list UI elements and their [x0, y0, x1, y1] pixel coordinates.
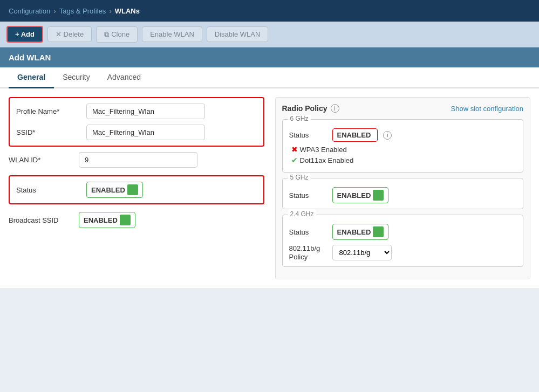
- add-button[interactable]: + Add: [6, 26, 43, 43]
- ghz5-label: 5 GHz: [288, 174, 311, 181]
- clone-label: Clone: [111, 30, 129, 38]
- clone-icon: ⧉: [104, 30, 109, 39]
- wlan-id-input[interactable]: [79, 152, 197, 168]
- ssid-row: SSID*: [16, 125, 257, 140]
- enable-wlan-button[interactable]: Enable WLAN: [142, 26, 202, 42]
- ghz24-policy-label: 802.11b/g Policy: [289, 244, 327, 261]
- ghz5-status-label: Status: [289, 191, 327, 200]
- ghz6-label: 6 GHz: [288, 115, 311, 122]
- tabs-container: General Security Advanced: [0, 67, 539, 88]
- tab-advanced[interactable]: Advanced: [99, 67, 149, 88]
- tab-security[interactable]: Security: [54, 67, 99, 88]
- form-area: Profile Name* SSID* WLAN ID*: [0, 88, 539, 288]
- ghz24-policy-row: 802.11b/g Policy 802.11b/g 802.11b 802.1…: [289, 244, 517, 261]
- show-slot-link[interactable]: Show slot configuration: [451, 105, 523, 113]
- top-nav: Configuration › Tags & Profiles › WLANs: [0, 0, 539, 22]
- tab-general[interactable]: General: [9, 67, 54, 88]
- form-left: Profile Name* SSID* WLAN ID*: [9, 97, 264, 279]
- status-green-indicator: [127, 184, 138, 195]
- status-box: Status ENABLED: [9, 175, 264, 204]
- broadcast-ssid-indicator: [120, 215, 131, 225]
- broadcast-ssid-value: ENABLED: [84, 216, 118, 224]
- ghz6-status-value: ENABLED: [337, 131, 371, 139]
- nav-sep1: ›: [53, 7, 56, 15]
- broadcast-ssid-toggle[interactable]: ENABLED: [79, 212, 135, 228]
- radio-policy-title: Radio Policy: [282, 104, 328, 113]
- ghz6-dot11ax-text: Dot11ax Enabled: [300, 156, 354, 164]
- profile-name-input[interactable]: [86, 104, 205, 119]
- ghz6-section: 6 GHz Status ENABLED i ✖: [282, 119, 524, 173]
- panel-body: General Security Advanced Profile Name*: [0, 67, 539, 288]
- ghz6-check-wpa3: ✖ WPA3 Enabled: [291, 145, 517, 154]
- radio-policy-header: Radio Policy i Show slot configuration: [282, 104, 524, 113]
- nav-sep2: ›: [109, 7, 111, 15]
- nav-current-page: WLANs: [115, 7, 140, 15]
- wlan-id-label: WLAN ID*: [9, 156, 79, 164]
- form-right: Radio Policy i Show slot configuration 6…: [275, 97, 531, 279]
- wlan-id-row: WLAN ID*: [9, 152, 264, 168]
- radio-policy-section: Radio Policy i Show slot configuration 6…: [275, 97, 531, 279]
- status-value: ENABLED: [91, 186, 125, 194]
- nav-configuration[interactable]: Configuration: [9, 7, 50, 15]
- profile-ssid-box: Profile Name* SSID*: [9, 97, 264, 147]
- ssid-label: SSID*: [16, 128, 86, 136]
- ghz5-status-toggle[interactable]: ENABLED: [332, 187, 389, 203]
- ghz6-error-icon: ✖: [291, 145, 298, 154]
- ghz6-checks: ✖ WPA3 Enabled ✔ Dot11ax Enabled: [289, 145, 517, 164]
- clone-button[interactable]: ⧉ Clone: [96, 26, 138, 43]
- status-row: Status ENABLED: [16, 182, 257, 198]
- ghz5-status-row: Status ENABLED: [289, 187, 517, 203]
- ghz24-status-row: Status ENABLED: [289, 224, 517, 240]
- ghz6-wpa3-text: WPA3 Enabled: [300, 146, 347, 154]
- ghz6-success-icon: ✔: [291, 156, 298, 164]
- status-label: Status: [16, 186, 86, 194]
- delete-button[interactable]: ✕ Delete: [47, 26, 92, 42]
- ghz24-status-toggle[interactable]: ENABLED: [332, 224, 389, 240]
- disable-wlan-button[interactable]: Disable WLAN: [207, 26, 269, 42]
- ghz24-section: 2.4 GHz Status ENABLED 802.11b/g Policy: [282, 215, 524, 267]
- ghz6-status-toggle[interactable]: ENABLED: [332, 128, 378, 142]
- panel-title: Add WLAN: [9, 53, 51, 62]
- nav-tags-profiles[interactable]: Tags & Profiles: [59, 7, 106, 15]
- ghz6-check-dot11ax: ✔ Dot11ax Enabled: [291, 156, 517, 164]
- ghz6-status-label: Status: [289, 131, 327, 139]
- ssid-input[interactable]: [86, 125, 205, 140]
- broadcast-ssid-row: Broadcast SSID ENABLED: [9, 212, 264, 228]
- main-content: Add WLAN General Security Advanced Profi…: [0, 47, 539, 392]
- ghz5-section: 5 GHz Status ENABLED: [282, 178, 524, 209]
- ghz24-label: 2.4 GHz: [288, 210, 316, 218]
- radio-policy-info-icon[interactable]: i: [331, 104, 339, 113]
- ghz5-status-value: ENABLED: [337, 191, 371, 200]
- ghz6-info-icon[interactable]: i: [383, 131, 392, 140]
- ghz5-status-indicator: [373, 190, 384, 201]
- ghz6-status-row: Status ENABLED i: [289, 128, 517, 142]
- status-toggle-button[interactable]: ENABLED: [86, 182, 143, 198]
- ghz24-policy-select[interactable]: 802.11b/g 802.11b 802.11g: [332, 245, 392, 260]
- panel-header: Add WLAN: [0, 47, 539, 67]
- toolbar: + Add ✕ Delete ⧉ Clone Enable WLAN Disab…: [0, 22, 539, 47]
- ghz24-status-value: ENABLED: [337, 228, 371, 236]
- ghz24-status-label: Status: [289, 228, 327, 236]
- profile-name-label: Profile Name*: [16, 107, 86, 115]
- profile-name-row: Profile Name*: [16, 104, 257, 119]
- broadcast-ssid-label: Broadcast SSID: [9, 216, 79, 224]
- ghz24-status-indicator: [373, 226, 384, 237]
